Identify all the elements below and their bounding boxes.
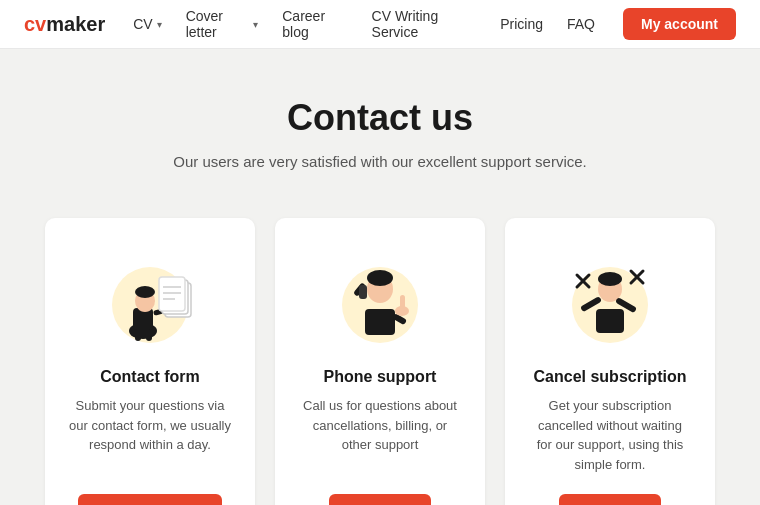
card-title: Cancel subscription <box>534 368 687 386</box>
chevron-down-icon: ▾ <box>253 19 258 30</box>
svg-rect-26 <box>596 309 624 333</box>
nav-cover-letter[interactable]: Cover letter ▾ <box>186 8 259 40</box>
nav-links: CV ▾ Cover letter ▾ Career blog CV Writi… <box>133 8 595 40</box>
phone-support-illustration <box>320 250 440 350</box>
nav-pricing[interactable]: Pricing <box>500 16 543 32</box>
chevron-down-icon: ▾ <box>157 19 162 30</box>
page-title: Contact us <box>24 97 736 139</box>
logo-cv: cv <box>24 13 46 36</box>
svg-rect-19 <box>359 285 367 299</box>
cancel-button[interactable]: Cancel <box>559 494 661 505</box>
hero-subtitle: Our users are very satisfied with our ex… <box>24 153 736 170</box>
logo-maker: maker <box>46 13 105 36</box>
contact-form-illustration <box>90 250 210 350</box>
nav-cv[interactable]: CV ▾ <box>133 16 161 32</box>
card-desc: Submit your questions via our contact fo… <box>69 396 231 474</box>
card-title: Contact form <box>100 368 200 386</box>
cancel-subscription-illustration <box>550 250 670 350</box>
nav-logo[interactable]: cvmaker <box>24 13 105 36</box>
card-desc: Call us for questions about cancellation… <box>299 396 461 474</box>
svg-point-16 <box>367 270 393 286</box>
call-us-button[interactable]: Call us <box>329 494 431 505</box>
card-title: Phone support <box>324 368 437 386</box>
nav-cv-writing-service[interactable]: CV Writing Service <box>372 8 477 40</box>
cancel-subscription-card: Cancel subscription Get your subscriptio… <box>505 218 715 505</box>
cards-section: Contact form Submit your questions via o… <box>0 194 760 505</box>
my-account-button[interactable]: My account <box>623 8 736 40</box>
nav-faq[interactable]: FAQ <box>567 16 595 32</box>
phone-support-card: Phone support Call us for questions abou… <box>275 218 485 505</box>
contact-form-button[interactable]: Contact form <box>78 494 221 505</box>
svg-point-25 <box>598 272 622 286</box>
navbar: cvmaker CV ▾ Cover letter ▾ Career blog … <box>0 0 760 49</box>
card-desc: Get your subscription cancelled without … <box>529 396 691 474</box>
svg-point-6 <box>135 286 155 298</box>
hero-section: Contact us Our users are very satisfied … <box>0 49 760 194</box>
svg-rect-17 <box>365 309 395 335</box>
contact-form-card: Contact form Submit your questions via o… <box>45 218 255 505</box>
svg-point-22 <box>395 306 409 316</box>
svg-rect-10 <box>159 277 185 311</box>
nav-career-blog[interactable]: Career blog <box>282 8 347 40</box>
